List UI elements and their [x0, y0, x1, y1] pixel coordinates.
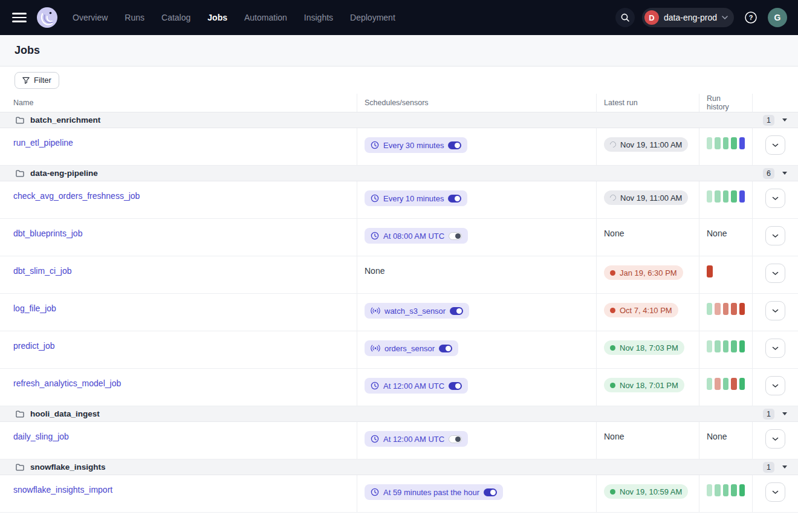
- latest-run-pill[interactable]: Nov 19, 11:00 AM: [604, 190, 688, 205]
- run-history-bar[interactable]: [723, 378, 728, 390]
- job-link[interactable]: daily_sling_job: [13, 432, 69, 441]
- group-row[interactable]: hooli_data_ingest1: [0, 406, 798, 422]
- schedule-pill[interactable]: Every 10 minutes: [365, 190, 467, 206]
- expand-row-button[interactable]: [765, 376, 785, 395]
- job-link[interactable]: snowflake_insights_import: [13, 485, 112, 495]
- expand-row-button[interactable]: [765, 301, 785, 320]
- schedule-pill[interactable]: watch_s3_sensor: [365, 303, 469, 319]
- group-row[interactable]: snowflake_insights1: [0, 459, 798, 475]
- dagster-logo-icon[interactable]: [36, 7, 58, 28]
- schedule-pill[interactable]: At 08:00 AM UTC: [365, 228, 468, 244]
- run-history-bars[interactable]: [707, 265, 745, 277]
- run-history-bar[interactable]: [715, 303, 720, 315]
- run-history-bar[interactable]: [731, 340, 736, 352]
- run-history-bar[interactable]: [731, 484, 736, 496]
- schedule-pill[interactable]: At 12:00 AM UTC: [365, 378, 468, 394]
- schedule-toggle[interactable]: [449, 435, 462, 443]
- run-history-bar[interactable]: [739, 137, 745, 149]
- schedule-toggle[interactable]: [449, 232, 462, 240]
- group-row[interactable]: batch_enrichment1: [0, 112, 798, 128]
- run-history-bar[interactable]: [723, 340, 728, 352]
- schedule-pill[interactable]: Every 30 minutes: [365, 137, 467, 153]
- run-history-bars[interactable]: [707, 137, 745, 149]
- run-history-bar[interactable]: [723, 484, 728, 496]
- run-history-bar[interactable]: [731, 137, 736, 149]
- run-history-bars[interactable]: [707, 484, 745, 496]
- run-history-bar[interactable]: [731, 303, 736, 315]
- job-link[interactable]: check_avg_orders_freshness_job: [13, 191, 140, 201]
- nav-item-runs[interactable]: Runs: [125, 13, 144, 22]
- workspace-switcher[interactable]: D data-eng-prod: [642, 8, 734, 27]
- menu-icon[interactable]: [12, 10, 27, 25]
- schedule-toggle[interactable]: [448, 141, 461, 149]
- job-link[interactable]: run_etl_pipeline: [13, 138, 73, 148]
- collapse-caret-icon[interactable]: [782, 412, 787, 415]
- schedule-pill[interactable]: At 59 minutes past the hour: [365, 484, 503, 500]
- schedule-pill[interactable]: At 12:00 AM UTC: [365, 431, 468, 447]
- schedule-toggle[interactable]: [449, 382, 462, 390]
- collapse-caret-icon[interactable]: [782, 118, 787, 122]
- schedule-toggle[interactable]: [450, 307, 463, 315]
- run-history-bar[interactable]: [739, 190, 745, 203]
- nav-item-deployment[interactable]: Deployment: [350, 13, 395, 22]
- expand-row-button[interactable]: [765, 226, 785, 245]
- run-history-bar[interactable]: [715, 137, 720, 149]
- expand-row-button[interactable]: [765, 264, 785, 283]
- expand-row-button[interactable]: [765, 429, 785, 449]
- nav-item-catalog[interactable]: Catalog: [161, 13, 190, 22]
- latest-run-pill[interactable]: Nov 18, 7:03 PM: [604, 340, 684, 355]
- search-button[interactable]: [615, 8, 635, 27]
- expand-row-button[interactable]: [765, 189, 785, 208]
- run-history-bar[interactable]: [739, 378, 745, 390]
- run-history-bars[interactable]: [707, 378, 745, 390]
- job-link[interactable]: dbt_blueprints_job: [13, 229, 82, 238]
- run-history-bar[interactable]: [715, 190, 720, 203]
- run-history-bar[interactable]: [731, 190, 736, 203]
- nav-item-automation[interactable]: Automation: [244, 13, 287, 22]
- expand-row-button[interactable]: [765, 482, 785, 502]
- run-history-bar[interactable]: [723, 190, 728, 203]
- latest-run-pill[interactable]: Nov 19, 11:00 AM: [604, 137, 688, 152]
- job-link[interactable]: refresh_analytics_model_job: [13, 378, 121, 388]
- run-history-bar[interactable]: [707, 484, 712, 496]
- run-history-bar[interactable]: [731, 378, 736, 390]
- filter-button[interactable]: Filter: [15, 72, 59, 89]
- latest-run-pill[interactable]: Nov 18, 7:01 PM: [604, 378, 684, 392]
- schedule-pill[interactable]: orders_sensor: [365, 340, 458, 356]
- nav-item-overview[interactable]: Overview: [73, 13, 108, 22]
- nav-item-jobs[interactable]: Jobs: [207, 13, 227, 22]
- schedule-toggle[interactable]: [439, 345, 452, 352]
- latest-run-pill[interactable]: Jan 19, 6:30 PM: [604, 265, 683, 280]
- run-history-bar[interactable]: [715, 378, 720, 390]
- run-history-bar[interactable]: [739, 340, 745, 352]
- help-button[interactable]: ?: [741, 8, 761, 27]
- latest-run-pill[interactable]: Oct 7, 4:10 PM: [604, 303, 678, 317]
- run-history-bar[interactable]: [707, 137, 712, 149]
- latest-run-pill[interactable]: Nov 19, 10:59 AM: [604, 484, 688, 499]
- collapse-caret-icon[interactable]: [782, 172, 787, 175]
- run-history-bar[interactable]: [739, 303, 745, 315]
- run-history-bar[interactable]: [707, 265, 713, 277]
- run-history-bar[interactable]: [723, 303, 728, 315]
- run-history-bar[interactable]: [739, 484, 745, 496]
- expand-row-button[interactable]: [765, 135, 785, 155]
- nav-item-insights[interactable]: Insights: [304, 13, 333, 22]
- run-history-bar[interactable]: [707, 378, 712, 390]
- schedule-toggle[interactable]: [448, 195, 461, 203]
- group-row[interactable]: data-eng-pipeline6: [0, 166, 798, 181]
- run-history-bars[interactable]: [707, 303, 745, 315]
- expand-row-button[interactable]: [765, 339, 785, 358]
- run-history-bar[interactable]: [707, 190, 712, 203]
- schedule-toggle[interactable]: [484, 488, 497, 496]
- job-link[interactable]: dbt_slim_ci_job: [13, 266, 72, 276]
- job-link[interactable]: predict_job: [13, 341, 55, 351]
- run-history-bars[interactable]: [707, 190, 745, 203]
- user-avatar[interactable]: G: [768, 8, 787, 27]
- run-history-bar[interactable]: [715, 340, 720, 352]
- run-history-bar[interactable]: [723, 137, 728, 149]
- run-history-bar[interactable]: [707, 340, 712, 352]
- collapse-caret-icon[interactable]: [782, 465, 787, 469]
- run-history-bars[interactable]: [707, 340, 745, 352]
- run-history-bar[interactable]: [707, 303, 712, 315]
- run-history-bar[interactable]: [715, 484, 720, 496]
